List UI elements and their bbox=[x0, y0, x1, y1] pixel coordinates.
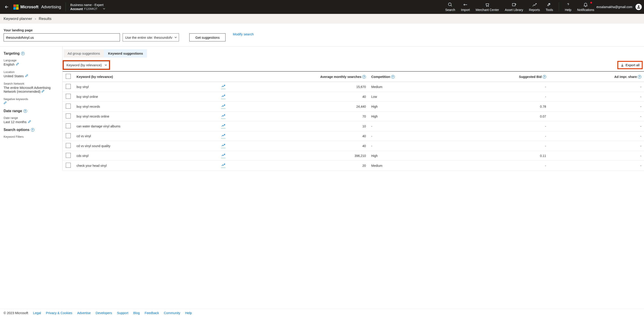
cell-keyword: cd vs vinyl bbox=[74, 131, 218, 141]
table-row: check your head vinyl20Medium-- bbox=[63, 161, 644, 171]
cell-keyword: buy vinyl records online bbox=[74, 112, 218, 121]
trend-icon[interactable] bbox=[221, 104, 225, 109]
language-value: English bbox=[4, 63, 14, 66]
cell-searches: 396,210 bbox=[218, 151, 368, 161]
row-checkbox[interactable] bbox=[66, 123, 71, 128]
edit-negative-button[interactable] bbox=[4, 101, 7, 105]
nav-import[interactable]: Import bbox=[461, 2, 470, 12]
brand-advertising: Advertising bbox=[41, 5, 61, 10]
cell-impr: - bbox=[549, 102, 644, 112]
landing-page-bar: Your landing page Use the entire site: t… bbox=[0, 24, 644, 47]
nav-notifications[interactable]: Notifications bbox=[577, 2, 594, 12]
col-impr[interactable]: Ad impr. share? bbox=[549, 71, 644, 82]
info-icon[interactable]: ? bbox=[362, 75, 366, 79]
row-checkbox[interactable] bbox=[66, 143, 71, 148]
cell-competition: Medium bbox=[368, 161, 453, 171]
trend-icon[interactable] bbox=[221, 144, 225, 148]
row-checkbox[interactable] bbox=[66, 84, 71, 89]
breadcrumb-root[interactable]: Keyword planner bbox=[4, 17, 32, 21]
cell-searches: 40 bbox=[218, 92, 368, 102]
tab-adgroup-suggestions[interactable]: Ad group suggestions bbox=[64, 49, 104, 58]
cell-keyword: buy vinyl online bbox=[74, 92, 218, 102]
table-row: can water damage vinyl albums10--- bbox=[63, 121, 644, 131]
trend-icon[interactable] bbox=[221, 153, 225, 158]
edit-location-button[interactable] bbox=[25, 74, 28, 78]
cell-keyword: cd vs vinyl sound quality bbox=[74, 141, 218, 151]
landing-page-label: Your landing page bbox=[4, 28, 120, 32]
targeting-sidebar: Targeting ? Language English Location Un… bbox=[0, 47, 63, 171]
cell-searches: 10 bbox=[218, 121, 368, 131]
chevron-down-icon bbox=[104, 63, 107, 67]
cell-impr: - bbox=[549, 141, 644, 151]
tab-keyword-suggestions[interactable]: Keyword suggestions bbox=[104, 49, 147, 58]
row-checkbox[interactable] bbox=[66, 104, 71, 109]
trend-icon[interactable] bbox=[221, 114, 225, 119]
landing-page-input[interactable] bbox=[4, 33, 120, 42]
info-icon[interactable]: ? bbox=[21, 52, 24, 55]
export-all-label: Export all bbox=[626, 63, 640, 67]
cell-bid: 0.07 bbox=[453, 112, 549, 121]
header-nav: Search Import Merchant Center Asset Libr… bbox=[445, 2, 594, 12]
select-all-checkbox[interactable] bbox=[66, 74, 71, 79]
cell-competition: High bbox=[368, 151, 453, 161]
nav-tools[interactable]: Tools bbox=[546, 2, 553, 12]
row-checkbox[interactable] bbox=[66, 94, 71, 99]
col-bid[interactable]: Suggested Bid? bbox=[453, 71, 549, 82]
modify-search-link[interactable]: Modify search bbox=[233, 32, 254, 36]
nav-asset[interactable]: Asset Library bbox=[505, 2, 523, 12]
back-button[interactable] bbox=[2, 5, 11, 10]
edit-network-button[interactable] bbox=[42, 90, 44, 93]
download-icon bbox=[620, 63, 624, 67]
chevron-down-icon bbox=[174, 36, 177, 39]
nav-help[interactable]: Help bbox=[565, 2, 571, 12]
nav-search[interactable]: Search bbox=[445, 2, 455, 12]
sort-dropdown[interactable]: Keyword (by relevance) bbox=[64, 61, 109, 69]
nav-reports[interactable]: Reports bbox=[529, 2, 540, 12]
col-keyword[interactable]: Keyword (by relevance) bbox=[74, 71, 218, 82]
info-icon[interactable]: ? bbox=[24, 109, 27, 113]
row-checkbox[interactable] bbox=[66, 163, 71, 168]
user-menu[interactable]: evsalamakha@gmail.com bbox=[596, 4, 642, 10]
svg-point-0 bbox=[448, 3, 451, 6]
trend-icon[interactable] bbox=[221, 84, 225, 89]
cell-searches: 20 bbox=[218, 161, 368, 171]
edit-date-button[interactable] bbox=[28, 120, 31, 124]
cell-competition: - bbox=[368, 121, 453, 131]
info-icon[interactable]: ? bbox=[543, 75, 546, 79]
cell-bid: 0.78 bbox=[453, 102, 549, 112]
location-label: Location bbox=[4, 70, 59, 74]
row-checkbox[interactable] bbox=[66, 114, 71, 118]
cell-competition: - bbox=[368, 131, 453, 141]
search-options-heading: Search options ? bbox=[4, 128, 59, 132]
chevron-right-icon: › bbox=[35, 17, 36, 21]
col-competition[interactable]: Competition? bbox=[368, 71, 453, 82]
user-email: evsalamakha@gmail.com bbox=[596, 5, 632, 9]
trend-icon[interactable] bbox=[221, 94, 225, 99]
get-suggestions-button[interactable]: Get suggestions bbox=[189, 33, 226, 42]
col-searches[interactable]: Average monthly searches? bbox=[218, 71, 368, 82]
header-divider bbox=[66, 3, 66, 12]
row-checkbox[interactable] bbox=[66, 133, 71, 138]
header-divider bbox=[559, 3, 559, 12]
info-icon[interactable]: ? bbox=[391, 75, 395, 79]
breadcrumb: Keyword planner › Results bbox=[0, 14, 644, 24]
row-checkbox[interactable] bbox=[66, 153, 71, 158]
brand-logo[interactable]: Microsoft Advertising bbox=[14, 5, 61, 10]
nav-merchant[interactable]: Merchant Center bbox=[476, 2, 499, 12]
targeting-heading: Targeting ? bbox=[4, 52, 59, 56]
cell-bid: - bbox=[453, 161, 549, 171]
account-switcher[interactable]: Business name - Expert Account F120MK2T bbox=[70, 3, 106, 11]
edit-language-button[interactable] bbox=[16, 63, 19, 66]
info-icon[interactable]: ? bbox=[31, 128, 34, 132]
trend-icon[interactable] bbox=[221, 134, 225, 138]
trend-icon[interactable] bbox=[221, 163, 225, 168]
date-range-heading: Date range ? bbox=[4, 109, 59, 113]
trend-icon[interactable] bbox=[221, 124, 225, 129]
cell-impr: - bbox=[549, 112, 644, 121]
site-scope-select[interactable]: Use the entire site: thesoundofv bbox=[122, 33, 179, 42]
export-all-button[interactable]: Export all bbox=[618, 62, 642, 68]
info-icon[interactable]: ? bbox=[638, 75, 641, 79]
cell-keyword: check your head vinyl bbox=[74, 161, 218, 171]
top-header: Microsoft Advertising Business name - Ex… bbox=[0, 0, 644, 14]
cell-bid: - bbox=[453, 121, 549, 131]
